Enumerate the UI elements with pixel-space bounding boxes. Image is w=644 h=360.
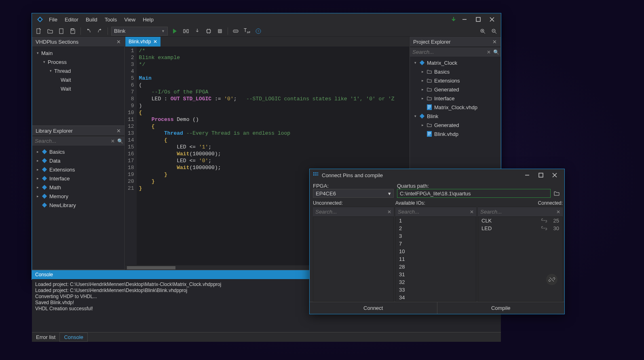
project-tree-item[interactable]: ▸Interface bbox=[410, 94, 500, 103]
close-panel-icon[interactable]: ✕ bbox=[492, 39, 497, 45]
unlink-icon[interactable] bbox=[546, 274, 557, 285]
svg-rect-54 bbox=[428, 135, 430, 135]
io-item[interactable]: 31 bbox=[396, 271, 476, 278]
editor-tab[interactable]: Blink.vhdp ✕ bbox=[125, 37, 160, 47]
project-tree-item[interactable]: ▾Matrix_Clock bbox=[410, 58, 500, 67]
clear-search-icon[interactable]: ✕ bbox=[468, 209, 475, 215]
chip-alt-icon[interactable] bbox=[215, 27, 224, 36]
available-search-input[interactable] bbox=[396, 208, 468, 216]
library-item[interactable]: NewLibrary bbox=[32, 201, 125, 210]
project-tree-item[interactable]: ▸Generated bbox=[410, 85, 500, 94]
close-button[interactable] bbox=[486, 15, 498, 24]
project-search-input[interactable] bbox=[411, 48, 485, 56]
menu-file[interactable]: File bbox=[46, 15, 61, 24]
library-item[interactable]: ▸Math bbox=[32, 183, 125, 192]
available-ios-list[interactable]: 123710112831323334 bbox=[395, 216, 476, 302]
connected-item[interactable]: LED30 bbox=[478, 224, 562, 232]
project-combo[interactable]: Blink ▼ bbox=[111, 27, 168, 36]
sections-tree-item[interactable]: ▾Process bbox=[32, 57, 125, 66]
io-item[interactable]: 3 bbox=[396, 232, 476, 240]
library-item[interactable]: ▸Extensions bbox=[32, 165, 125, 174]
svg-marker-43 bbox=[42, 194, 47, 199]
minimize-button[interactable] bbox=[521, 170, 534, 180]
project-tree-item[interactable]: ▾Blink bbox=[410, 112, 500, 121]
search-icon[interactable]: 🔍 bbox=[116, 138, 124, 144]
serial-icon[interactable] bbox=[231, 27, 240, 36]
library-title: Library Explorer bbox=[36, 128, 116, 134]
save-icon[interactable] bbox=[68, 27, 77, 36]
connected-item[interactable]: CLK25 bbox=[478, 217, 562, 224]
text-tool-icon[interactable]: Ts# bbox=[243, 27, 251, 36]
redo-icon[interactable] bbox=[95, 27, 104, 36]
search-icon[interactable]: 🔍 bbox=[492, 49, 500, 55]
compile-button[interactable]: Compile bbox=[437, 302, 565, 314]
help-icon[interactable]: ? bbox=[254, 27, 263, 36]
clear-search-icon[interactable]: ✕ bbox=[555, 209, 562, 215]
clear-search-icon[interactable]: ✕ bbox=[109, 138, 116, 144]
io-item[interactable]: 10 bbox=[396, 248, 476, 255]
close-panel-icon[interactable]: ✕ bbox=[116, 128, 121, 134]
run-icon[interactable] bbox=[170, 27, 179, 36]
connect-button[interactable]: Connect bbox=[310, 302, 437, 314]
library-search-input[interactable] bbox=[33, 137, 109, 145]
chip-icon[interactable] bbox=[204, 27, 213, 36]
project-tree-item[interactable]: ▸Extensions bbox=[410, 76, 500, 85]
project-tree-item[interactable]: ▸Basics bbox=[410, 67, 500, 76]
library-item[interactable]: ▸Basics bbox=[32, 147, 125, 156]
library-item[interactable]: ▸Interface bbox=[32, 174, 125, 183]
menu-editor[interactable]: Editor bbox=[61, 15, 82, 24]
tab-error-list[interactable]: Error list bbox=[32, 332, 59, 342]
connected-list[interactable]: CLK25LED30 bbox=[478, 216, 563, 302]
compile-icon[interactable] bbox=[182, 27, 190, 36]
project-tree-item[interactable]: ▸Generated bbox=[410, 121, 500, 129]
undo-icon[interactable] bbox=[84, 27, 93, 36]
sections-tree-item[interactable]: Wait bbox=[32, 75, 125, 84]
io-item[interactable]: 34 bbox=[396, 294, 476, 301]
io-item[interactable]: 33 bbox=[396, 286, 476, 294]
zoom-out-icon[interactable] bbox=[490, 27, 498, 36]
fpga-combo[interactable]: EP4CE6 ▾ bbox=[313, 189, 394, 198]
io-item[interactable]: 1 bbox=[396, 217, 476, 224]
quartus-path-input[interactable]: C:\intelFPGA_lite\18.1\quartus bbox=[397, 189, 551, 198]
library-item[interactable]: ▸Data bbox=[32, 156, 125, 165]
connected-search-input[interactable] bbox=[479, 208, 555, 216]
project-tree-item[interactable]: Blink.vhdp bbox=[410, 129, 500, 138]
svg-rect-3 bbox=[476, 17, 480, 21]
open-folder-icon[interactable] bbox=[46, 27, 55, 36]
close-tab-icon[interactable]: ✕ bbox=[153, 39, 157, 44]
minimize-button[interactable] bbox=[458, 15, 471, 24]
maximize-button[interactable] bbox=[472, 15, 485, 24]
menu-tools[interactable]: Tools bbox=[101, 15, 120, 24]
unconnected-search-input[interactable] bbox=[314, 208, 386, 216]
clear-search-icon[interactable]: ✕ bbox=[485, 49, 492, 55]
open-file-icon[interactable] bbox=[57, 27, 66, 36]
download-chip-icon[interactable] bbox=[193, 27, 202, 36]
new-file-icon[interactable] bbox=[34, 27, 43, 36]
svg-point-28 bbox=[237, 31, 237, 31]
unconnected-list[interactable] bbox=[313, 216, 394, 302]
tab-console[interactable]: Console bbox=[59, 332, 88, 342]
io-item[interactable]: 28 bbox=[396, 263, 476, 271]
io-item[interactable]: 2 bbox=[396, 224, 476, 232]
maximize-button[interactable] bbox=[534, 170, 547, 180]
sections-tree-item[interactable]: ▾Main bbox=[32, 49, 125, 57]
close-button[interactable] bbox=[548, 170, 561, 180]
library-item[interactable]: ▸Memory bbox=[32, 192, 125, 201]
clear-search-icon[interactable]: ✕ bbox=[386, 209, 393, 215]
menu-view[interactable]: View bbox=[121, 15, 139, 24]
io-item[interactable]: 32 bbox=[396, 278, 476, 286]
menu-help[interactable]: Help bbox=[139, 15, 157, 24]
download-icon[interactable] bbox=[449, 15, 458, 24]
io-item[interactable]: 7 bbox=[396, 240, 476, 248]
window-controls bbox=[458, 15, 498, 24]
menu-build[interactable]: Build bbox=[82, 15, 101, 24]
project-tree-item[interactable]: Matrix_Clock.vhdp bbox=[410, 103, 500, 112]
io-item[interactable]: 11 bbox=[396, 255, 476, 263]
sections-tree-item[interactable]: ▾Thread bbox=[32, 66, 125, 75]
browse-folder-icon[interactable] bbox=[552, 189, 561, 198]
zoom-in-icon[interactable] bbox=[478, 27, 487, 36]
sections-tree-item[interactable]: Wait bbox=[32, 84, 125, 93]
close-panel-icon[interactable]: ✕ bbox=[116, 39, 121, 45]
dialog-icon bbox=[313, 172, 319, 179]
svg-rect-55 bbox=[313, 172, 315, 174]
